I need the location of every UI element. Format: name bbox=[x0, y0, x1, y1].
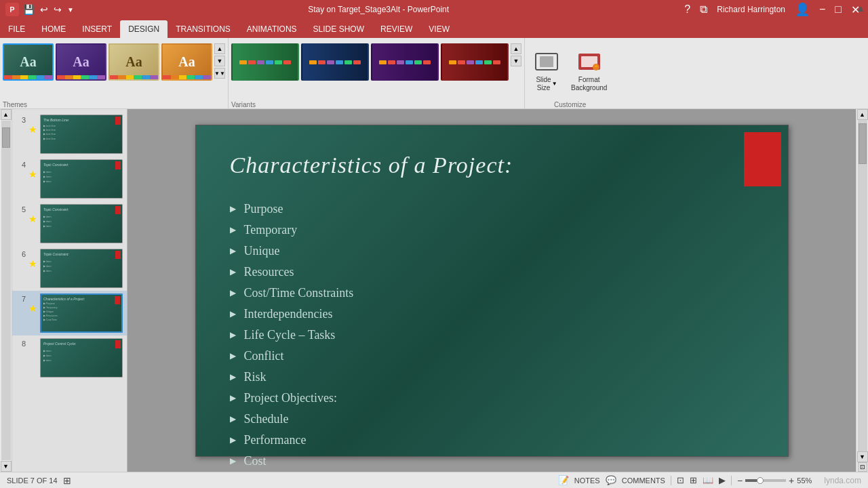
slide-thumb-8[interactable]: Project Control Cycle: ▶ item▶ item▶ ite… bbox=[40, 338, 123, 378]
theme-2[interactable]: Aa bbox=[56, 43, 106, 81]
tab-design[interactable]: DESIGN bbox=[120, 20, 167, 38]
panel-scroll-down[interactable]: ▼ bbox=[1, 461, 12, 472]
undo-btn[interactable]: ↩ bbox=[39, 4, 50, 15]
ribbon-collapse-btn[interactable]: ⧉ bbox=[697, 3, 710, 16]
bullet-arrow-5: ▶ bbox=[230, 288, 236, 298]
ribbon: Aa Aa bbox=[0, 38, 868, 109]
bullet-arrow-7: ▶ bbox=[230, 330, 236, 340]
zoom-fill bbox=[745, 479, 757, 482]
bullet-arrow-3: ▶ bbox=[230, 246, 236, 256]
slide-size-button[interactable]: SlideSize ▼ bbox=[530, 46, 563, 95]
bullet-arrow-10: ▶ bbox=[230, 393, 236, 403]
variants-label: Variants bbox=[231, 101, 521, 108]
bullet-objectives: ▶ Project Objectives: bbox=[230, 388, 754, 409]
bullet-schedule: ▶ Schedule bbox=[230, 409, 754, 430]
bullet-arrow-11: ▶ bbox=[230, 414, 236, 424]
format-background-button[interactable]: FormatBackground bbox=[568, 46, 610, 95]
bullet-cost: ▶ Cost bbox=[230, 451, 754, 472]
slide-thumb-4[interactable]: Topic Constraint: ▶ item▶ item▶ item bbox=[40, 159, 123, 199]
bullet-risk: ▶ Risk bbox=[230, 367, 754, 388]
slide-item-3[interactable]: 3 ★ The Bottom Line: ▶ text line▶ text l… bbox=[12, 112, 127, 157]
user-label[interactable]: Richard Harrington bbox=[714, 5, 788, 14]
themes-more[interactable]: ▼▼ bbox=[214, 68, 225, 79]
slide-item-5[interactable]: 5 ★ Topic Constraint: ▶ item▶ item▶ item bbox=[12, 201, 127, 246]
slide-item-8[interactable]: 8 ★ Project Control Cycle: ▶ item▶ item▶… bbox=[12, 336, 127, 380]
tab-transitions[interactable]: TRANSITIONS bbox=[167, 20, 239, 38]
tab-review[interactable]: REVIEW bbox=[372, 20, 420, 38]
variant-2[interactable] bbox=[301, 43, 369, 81]
fit-page-btn[interactable]: ⊡ bbox=[858, 462, 867, 472]
canvas-scroll-track bbox=[858, 120, 867, 451]
minimize-btn[interactable]: − bbox=[816, 3, 828, 16]
tab-slideshow[interactable]: SLIDE SHOW bbox=[305, 20, 372, 38]
theme-1[interactable]: Aa bbox=[3, 43, 54, 81]
variants-scroll-up[interactable]: ▲ bbox=[511, 43, 521, 54]
status-left: SLIDE 7 OF 14 ⊞ bbox=[7, 475, 71, 486]
theme-3[interactable]: Aa bbox=[108, 43, 159, 81]
customize-label: Customize bbox=[554, 101, 586, 108]
bullet-arrow-9: ▶ bbox=[230, 372, 236, 382]
tab-animations[interactable]: ANIMATIONS bbox=[239, 20, 305, 38]
tab-file[interactable]: FILE bbox=[0, 20, 33, 38]
slide-size-dropdown-arrow: ▼ bbox=[552, 81, 557, 87]
tab-insert[interactable]: INSERT bbox=[74, 20, 120, 38]
redo-btn[interactable]: ↪ bbox=[52, 4, 63, 15]
bullet-conflict: ▶ Conflict bbox=[230, 346, 754, 367]
bullet-cost-time: ▶ Cost/Time Constraints bbox=[230, 283, 754, 304]
slide-size-label: SlideSize bbox=[536, 76, 551, 92]
save-quick-btn[interactable]: 💾 bbox=[22, 4, 36, 15]
slide-panel: 3 ★ The Bottom Line: ▶ text line▶ text l… bbox=[12, 109, 127, 472]
variant-1[interactable] bbox=[231, 43, 299, 81]
bullet-unique: ▶ Unique bbox=[230, 241, 754, 262]
title-bar: P 💾 ↩ ↪ ▼ Stay on Target_Stage3Alt - Pow… bbox=[0, 0, 868, 19]
zoom-slider[interactable] bbox=[745, 479, 786, 482]
help-btn[interactable]: ? bbox=[682, 3, 693, 16]
maximize-btn[interactable]: □ bbox=[832, 3, 844, 16]
slide-thumb-5[interactable]: Topic Constraint: ▶ item▶ item▶ item bbox=[40, 204, 123, 243]
bullet-resources: ▶ Resources bbox=[230, 262, 754, 283]
format-background-icon bbox=[576, 49, 603, 75]
panel-scroll-track bbox=[1, 121, 11, 460]
bullet-interdependencies: ▶ Interdependencies bbox=[230, 304, 754, 325]
title-bar-left: P 💾 ↩ ↪ ▼ bbox=[5, 3, 75, 16]
lynda-watermark: lynda.com bbox=[824, 476, 861, 485]
canvas-scroll-thumb[interactable] bbox=[859, 123, 867, 164]
panel-scroll-thumb[interactable] bbox=[2, 127, 10, 148]
themes-scroll-up[interactable]: ▲ bbox=[214, 43, 225, 54]
slide-thumb-7[interactable]: Characteristics of a Project: ▶ Purpose▶… bbox=[40, 293, 123, 333]
slide-size-icon bbox=[533, 49, 560, 75]
themes-section: Aa Aa bbox=[0, 38, 229, 108]
variant-3[interactable] bbox=[371, 43, 439, 81]
user-avatar[interactable]: 👤 bbox=[792, 2, 812, 17]
canvas-scroll-up[interactable]: ▲ bbox=[857, 109, 868, 120]
slide-decoration bbox=[744, 132, 781, 186]
main-area: ▲ ▼ 3 ★ The Bottom Line: ▶ text line▶ te… bbox=[0, 109, 868, 472]
panel-scrollbar: ▲ ▼ bbox=[0, 109, 12, 472]
slide-thumb-6[interactable]: Triple Constraint: ▶ item▶ item▶ item bbox=[40, 249, 123, 288]
theme-4[interactable]: Aa bbox=[161, 43, 212, 81]
panel-scroll-up[interactable]: ▲ bbox=[1, 109, 12, 120]
more-quick-btn[interactable]: ▼ bbox=[66, 6, 75, 14]
variants-scroll-down[interactable]: ▼ bbox=[511, 56, 521, 66]
slide-main[interactable]: Characteristics of a Project: ▶ Purpose … bbox=[195, 125, 789, 457]
slide-item-6[interactable]: 6 ★ Triple Constraint: ▶ item▶ item▶ ite… bbox=[12, 246, 127, 291]
tab-home[interactable]: HOME bbox=[33, 20, 74, 38]
bullet-arrow-12: ▶ bbox=[230, 435, 236, 445]
zoom-handle[interactable] bbox=[757, 477, 764, 484]
variant-4[interactable] bbox=[441, 43, 509, 81]
slide-canvas: Characteristics of a Project: ▶ Purpose … bbox=[127, 109, 856, 472]
slide-item-4[interactable]: 4 ★ Topic Constraint: ▶ item▶ item▶ item bbox=[12, 157, 127, 201]
zoom-in-btn[interactable]: + bbox=[789, 475, 794, 486]
themes-scroll-down[interactable]: ▼ bbox=[214, 56, 225, 66]
canvas-scroll-down[interactable]: ▼ bbox=[857, 451, 868, 462]
slide-title: Characteristics of a Project: bbox=[196, 125, 788, 192]
app-icon: P bbox=[5, 3, 19, 16]
window-title: Stay on Target_Stage3Alt - PowerPoint bbox=[75, 5, 682, 14]
slide-thumb-3[interactable]: The Bottom Line: ▶ text line▶ text line▶… bbox=[40, 115, 123, 154]
variants-section: ▲ ▼ Variants bbox=[229, 38, 525, 108]
slide-item-7[interactable]: 7 ★ Characteristics of a Project: ▶ Purp… bbox=[12, 291, 127, 336]
slide-display-btn[interactable]: ⊞ bbox=[63, 475, 71, 486]
themes-label: Themes bbox=[3, 101, 225, 108]
ribbon-collapse[interactable]: ▲ bbox=[856, 3, 865, 14]
tab-view[interactable]: VIEW bbox=[420, 20, 458, 38]
